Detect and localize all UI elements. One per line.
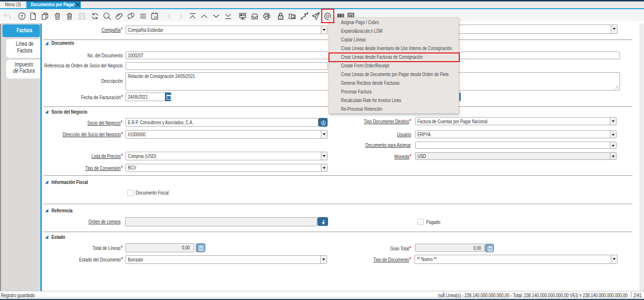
svg-text:31: 31 (154, 15, 158, 19)
svg-text:?: ? (20, 14, 23, 19)
